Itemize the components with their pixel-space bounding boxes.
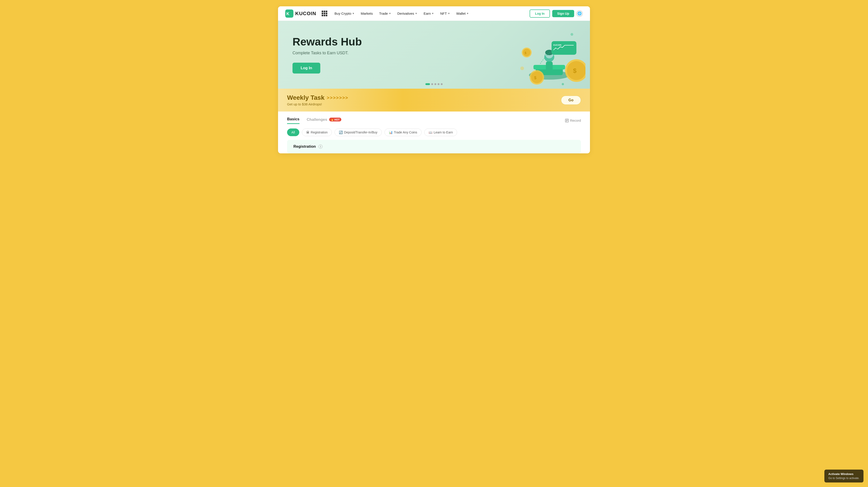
nav-trade[interactable]: Trade ▼ [376,10,394,17]
nav-right: Log In Sign Up 🌐 [530,9,583,18]
login-button[interactable]: Log In [530,9,550,18]
weekly-arrows: >>>>>>> [327,95,348,101]
svg-text:$: $ [534,76,536,80]
weekly-go-button[interactable]: Go [561,96,581,105]
hero-subtitle: Complete Tasks to Earn USDT. [292,51,576,55]
hero-dots [426,83,442,85]
dot-1[interactable] [426,83,430,85]
dot-5[interactable] [441,83,442,85]
dot-3[interactable] [434,83,436,85]
svg-text:K: K [286,11,289,16]
registration-icon: 🏛 [306,131,309,134]
filter-learn[interactable]: 📖 Learn to Earn [424,128,457,136]
registration-row: Registration ℹ [287,140,581,153]
trade-chevron: ▼ [389,12,391,15]
earn-chevron: ▼ [432,12,434,15]
kucoin-logo-icon: K [285,9,293,18]
buy-crypto-chevron: ▼ [352,12,354,15]
tabs-section: Basics Challenges 🔥 HOT Record [278,112,590,140]
weekly-left: Weekly Task >>>>>>> Get up to $38 Airdro… [287,94,348,106]
svg-point-22 [570,33,573,36]
activation-title: Activate Windows [829,472,860,476]
activation-subtitle: Go to Settings to activate. [829,477,860,480]
record-icon [565,119,569,122]
hero-section: Rewards Hub Complete Tasks to Earn USDT.… [278,21,590,89]
filter-deposit[interactable]: 🔄 Deposit/Transfer-In/Buy [335,128,381,136]
nav-nft[interactable]: NFT ▼ [437,10,453,17]
weekly-title: Weekly Task >>>>>>> [287,94,348,101]
hero-login-button[interactable]: Log In [292,63,320,74]
tab-basics[interactable]: Basics [287,117,300,124]
registration-label: Registration [293,144,316,149]
tab-challenges[interactable]: Challenges 🔥 HOT [307,117,341,124]
learn-icon: 📖 [429,131,432,134]
nav-items: Buy Crypto ▼ Markets Trade ▼ Derivatives… [332,10,528,17]
filter-all[interactable]: All [287,128,299,136]
nav-earn[interactable]: Earn ▼ [421,10,437,17]
filter-trade[interactable]: 📊 Trade Any Coins [384,128,422,136]
hero-title: Rewards Hub [292,36,576,48]
activation-notice: Activate Windows Go to Settings to activ… [825,469,864,483]
filter-row: All 🏛 Registration 🔄 Deposit/Transfer-In… [287,124,581,140]
weekly-task-banner: Weekly Task >>>>>>> Get up to $38 Airdro… [278,89,590,112]
nav-buy-crypto[interactable]: Buy Crypto ▼ [332,10,357,17]
weekly-subtitle: Get up to $38 Airdrops! [287,102,348,106]
svg-point-20 [562,83,564,85]
logo[interactable]: K KUCOIN [285,9,316,18]
nft-chevron: ▼ [448,12,450,15]
navbar: K KUCOIN Buy Crypto ▼ Markets Trade ▼ De… [278,6,590,21]
derivatives-chevron: ▼ [415,12,417,15]
nav-derivatives[interactable]: Derivatives ▼ [395,10,420,17]
wallet-chevron: ▼ [467,12,469,15]
logo-text: KUCOIN [295,11,316,17]
nav-markets[interactable]: Markets [358,10,375,17]
hero-content: Rewards Hub Complete Tasks to Earn USDT.… [292,36,576,74]
tabs-row: Basics Challenges 🔥 HOT Record [287,117,581,124]
info-icon[interactable]: ℹ [318,145,322,149]
grid-menu-icon[interactable] [322,11,327,16]
hot-badge: 🔥 HOT [329,118,341,121]
language-icon[interactable]: 🌐 [577,10,583,17]
dot-4[interactable] [438,83,439,85]
tabs-left: Basics Challenges 🔥 HOT [287,117,341,124]
signup-button[interactable]: Sign Up [552,10,574,17]
record-link[interactable]: Record [565,118,581,122]
dot-2[interactable] [431,83,433,85]
filter-registration[interactable]: 🏛 Registration [302,128,332,136]
nav-wallet[interactable]: Wallet ▼ [454,10,471,17]
deposit-icon: 🔄 [339,131,343,134]
trade-icon: 📊 [389,131,393,134]
